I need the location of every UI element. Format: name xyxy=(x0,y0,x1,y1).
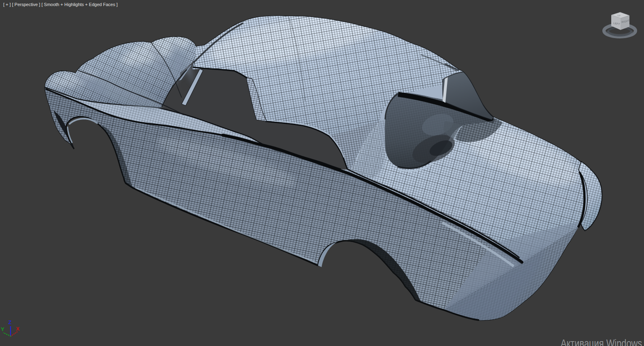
svg-text:Y: Y xyxy=(1,326,4,332)
svg-text:Z: Z xyxy=(8,319,11,325)
svg-text:X: X xyxy=(16,326,20,332)
svg-text:UP: UP xyxy=(617,14,621,17)
